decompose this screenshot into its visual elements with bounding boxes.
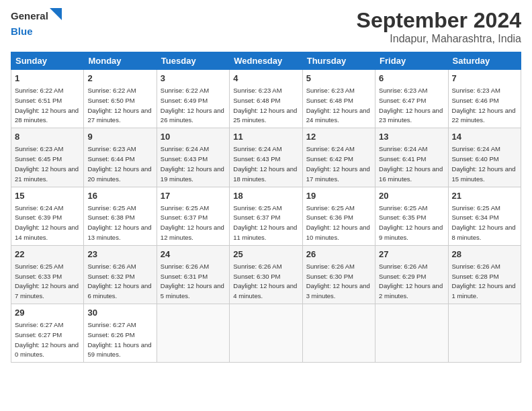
day-info: Sunrise: 6:26 AMSunset: 6:30 PMDaylight:… — [306, 263, 370, 300]
day-info: Sunrise: 6:22 AMSunset: 6:51 PMDaylight:… — [15, 87, 79, 124]
day-number: 29 — [15, 307, 80, 319]
day-info: Sunrise: 6:24 AMSunset: 6:43 PMDaylight:… — [233, 145, 297, 182]
day-number: 12 — [306, 131, 371, 143]
header: General Blue September 2024 Indapur, Mah… — [11, 8, 521, 45]
table-row: 6 Sunrise: 6:23 AMSunset: 6:47 PMDayligh… — [375, 70, 448, 128]
logo-mark: General Blue — [11, 8, 62, 38]
table-row: 5 Sunrise: 6:23 AMSunset: 6:48 PMDayligh… — [302, 70, 375, 128]
day-number: 11 — [233, 131, 298, 143]
day-number: 13 — [379, 131, 444, 143]
day-number: 1 — [15, 73, 80, 85]
day-number: 3 — [161, 73, 226, 85]
day-info: Sunrise: 6:24 AMSunset: 6:42 PMDaylight:… — [306, 145, 370, 182]
day-number: 14 — [452, 131, 517, 143]
day-info: Sunrise: 6:25 AMSunset: 6:38 PMDaylight:… — [87, 204, 151, 241]
table-row: 24 Sunrise: 6:26 AMSunset: 6:31 PMDaylig… — [157, 245, 229, 304]
location: Indapur, Maharashtra, India — [357, 33, 521, 45]
day-info: Sunrise: 6:27 AMSunset: 6:27 PMDaylight:… — [15, 321, 79, 358]
calendar-row: 15 Sunrise: 6:24 AMSunset: 6:39 PMDaylig… — [11, 187, 521, 245]
table-row — [230, 304, 302, 363]
table-row: 18 Sunrise: 6:25 AMSunset: 6:37 PMDaylig… — [230, 187, 302, 245]
table-row: 4 Sunrise: 6:23 AMSunset: 6:48 PMDayligh… — [230, 70, 302, 128]
table-row: 20 Sunrise: 6:25 AMSunset: 6:35 PMDaylig… — [375, 187, 448, 245]
table-row: 28 Sunrise: 6:26 AMSunset: 6:28 PMDaylig… — [448, 245, 521, 304]
day-number: 2 — [87, 73, 152, 85]
day-number: 5 — [306, 73, 371, 85]
day-number: 28 — [452, 248, 517, 261]
header-row: Sunday Monday Tuesday Wednesday Thursday… — [11, 52, 521, 70]
day-number: 4 — [233, 73, 298, 85]
day-number: 20 — [379, 190, 444, 202]
table-row — [375, 304, 448, 363]
day-info: Sunrise: 6:25 AMSunset: 6:36 PMDaylight:… — [306, 204, 370, 241]
table-row: 9 Sunrise: 6:23 AMSunset: 6:44 PMDayligh… — [84, 128, 157, 187]
day-info: Sunrise: 6:25 AMSunset: 6:34 PMDaylight:… — [452, 204, 516, 241]
calendar-row: 8 Sunrise: 6:23 AMSunset: 6:45 PMDayligh… — [11, 128, 521, 187]
table-row: 16 Sunrise: 6:25 AMSunset: 6:38 PMDaylig… — [84, 187, 157, 245]
logo: General Blue — [11, 8, 62, 38]
calendar-row: 22 Sunrise: 6:25 AMSunset: 6:33 PMDaylig… — [11, 245, 521, 304]
day-info: Sunrise: 6:23 AMSunset: 6:46 PMDaylight:… — [452, 87, 516, 124]
table-row: 13 Sunrise: 6:24 AMSunset: 6:41 PMDaylig… — [375, 128, 448, 187]
table-row: 3 Sunrise: 6:22 AMSunset: 6:49 PMDayligh… — [157, 70, 229, 128]
day-info: Sunrise: 6:23 AMSunset: 6:45 PMDaylight:… — [15, 145, 79, 182]
col-monday: Monday — [84, 52, 157, 70]
month-title: September 2024 — [357, 8, 521, 33]
day-info: Sunrise: 6:24 AMSunset: 6:41 PMDaylight:… — [379, 145, 443, 182]
table-row: 19 Sunrise: 6:25 AMSunset: 6:36 PMDaylig… — [302, 187, 375, 245]
table-row: 2 Sunrise: 6:22 AMSunset: 6:50 PMDayligh… — [84, 70, 157, 128]
day-number: 22 — [15, 248, 80, 261]
day-info: Sunrise: 6:23 AMSunset: 6:48 PMDaylight:… — [306, 87, 370, 124]
table-row: 26 Sunrise: 6:26 AMSunset: 6:30 PMDaylig… — [302, 245, 375, 304]
table-row: 22 Sunrise: 6:25 AMSunset: 6:33 PMDaylig… — [11, 245, 84, 304]
table-row: 27 Sunrise: 6:26 AMSunset: 6:29 PMDaylig… — [375, 245, 448, 304]
day-number: 10 — [161, 131, 226, 143]
day-info: Sunrise: 6:25 AMSunset: 6:37 PMDaylight:… — [233, 204, 297, 241]
table-row — [448, 304, 521, 363]
day-info: Sunrise: 6:25 AMSunset: 6:33 PMDaylight:… — [15, 263, 79, 300]
day-number: 26 — [306, 248, 371, 261]
col-sunday: Sunday — [11, 52, 84, 70]
table-row: 25 Sunrise: 6:26 AMSunset: 6:30 PMDaylig… — [230, 245, 302, 304]
table-row: 15 Sunrise: 6:24 AMSunset: 6:39 PMDaylig… — [11, 187, 84, 245]
table-row: 7 Sunrise: 6:23 AMSunset: 6:46 PMDayligh… — [448, 70, 521, 128]
day-number: 9 — [87, 131, 152, 143]
col-wednesday: Wednesday — [230, 52, 302, 70]
day-info: Sunrise: 6:24 AMSunset: 6:40 PMDaylight:… — [452, 145, 516, 182]
table-row: 1 Sunrise: 6:22 AMSunset: 6:51 PMDayligh… — [11, 70, 84, 128]
day-info: Sunrise: 6:25 AMSunset: 6:37 PMDaylight:… — [161, 204, 224, 241]
day-number: 15 — [15, 190, 80, 202]
day-number: 17 — [161, 190, 226, 202]
day-info: Sunrise: 6:24 AMSunset: 6:39 PMDaylight:… — [15, 204, 79, 241]
day-info: Sunrise: 6:26 AMSunset: 6:28 PMDaylight:… — [452, 263, 516, 300]
day-info: Sunrise: 6:27 AMSunset: 6:26 PMDaylight:… — [87, 321, 151, 358]
day-number: 16 — [87, 190, 152, 202]
table-row: 29 Sunrise: 6:27 AMSunset: 6:27 PMDaylig… — [11, 304, 84, 363]
col-saturday: Saturday — [448, 52, 521, 70]
table-row: 11 Sunrise: 6:24 AMSunset: 6:43 PMDaylig… — [230, 128, 302, 187]
table-row — [302, 304, 375, 363]
table-row: 30 Sunrise: 6:27 AMSunset: 6:26 PMDaylig… — [84, 304, 157, 363]
calendar-row: 1 Sunrise: 6:22 AMSunset: 6:51 PMDayligh… — [11, 70, 521, 128]
table-row: 23 Sunrise: 6:26 AMSunset: 6:32 PMDaylig… — [84, 245, 157, 304]
day-number: 6 — [379, 73, 444, 85]
day-info: Sunrise: 6:26 AMSunset: 6:30 PMDaylight:… — [233, 263, 297, 300]
day-number: 27 — [379, 248, 444, 261]
table-row — [157, 304, 229, 363]
day-info: Sunrise: 6:25 AMSunset: 6:35 PMDaylight:… — [379, 204, 443, 241]
calendar-table: Sunday Monday Tuesday Wednesday Thursday… — [11, 52, 521, 363]
table-row: 12 Sunrise: 6:24 AMSunset: 6:42 PMDaylig… — [302, 128, 375, 187]
day-info: Sunrise: 6:26 AMSunset: 6:29 PMDaylight:… — [379, 263, 443, 300]
day-number: 21 — [452, 190, 517, 202]
day-info: Sunrise: 6:22 AMSunset: 6:50 PMDaylight:… — [87, 87, 151, 124]
day-info: Sunrise: 6:26 AMSunset: 6:31 PMDaylight:… — [161, 263, 224, 300]
title-section: September 2024 Indapur, Maharashtra, Ind… — [357, 8, 521, 45]
col-friday: Friday — [375, 52, 448, 70]
day-number: 19 — [306, 190, 371, 202]
day-number: 24 — [161, 248, 226, 261]
col-thursday: Thursday — [302, 52, 375, 70]
svg-marker-0 — [50, 8, 62, 20]
table-row: 10 Sunrise: 6:24 AMSunset: 6:43 PMDaylig… — [157, 128, 229, 187]
calendar-row: 29 Sunrise: 6:27 AMSunset: 6:27 PMDaylig… — [11, 304, 521, 363]
day-info: Sunrise: 6:26 AMSunset: 6:32 PMDaylight:… — [87, 263, 151, 300]
